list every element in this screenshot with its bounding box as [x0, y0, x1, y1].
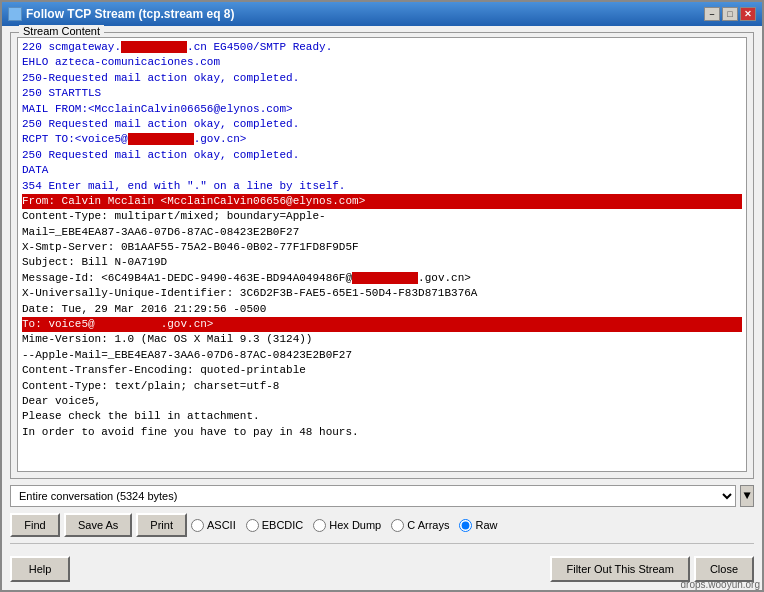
minimize-button[interactable]: –: [704, 7, 720, 21]
stream-line: MAIL FROM:<McclainCalvin06656@elynos.com…: [22, 102, 742, 117]
close-title-button[interactable]: ✕: [740, 7, 756, 21]
radio-hexdump[interactable]: Hex Dump: [313, 519, 381, 532]
radio-raw[interactable]: Raw: [459, 519, 497, 532]
stream-line: 250-Requested mail action okay, complete…: [22, 71, 742, 86]
separator: [10, 543, 754, 544]
stream-line: 250 Requested mail action okay, complete…: [22, 117, 742, 132]
radio-ascii[interactable]: ASCII: [191, 519, 236, 532]
stream-line: RCPT TO:<voice5@ .gov.cn>: [22, 132, 742, 147]
encoding-radio-group: ASCIIEBCDICHex DumpC ArraysRaw: [191, 519, 754, 532]
stream-line: Mail=_EBE4EA87-3AA6-07D6-87AC-08423E2B0F…: [22, 225, 742, 240]
stream-line: 250 Requested mail action okay, complete…: [22, 148, 742, 163]
stream-line: 220 scmgateway. .cn EG4500/SMTP Ready.: [22, 40, 742, 55]
find-button[interactable]: Find: [10, 513, 60, 537]
watermark: drops.wooyun.org: [681, 579, 761, 590]
stream-line: EHLO azteca-comunicaciones.com: [22, 55, 742, 70]
stream-line: Content-Type: text/plain; charset=utf-8: [22, 379, 742, 394]
stream-line: Content-Transfer-Encoding: quoted-printa…: [22, 363, 742, 378]
filter-out-button[interactable]: Filter Out This Stream: [550, 556, 689, 582]
stream-group-label: Stream Content: [19, 25, 104, 37]
print-button[interactable]: Print: [136, 513, 187, 537]
stream-group: Stream Content 220 scmgateway. .cn EG450…: [10, 32, 754, 479]
stream-line: From: Calvin Mcclain <McclainCalvin06656…: [22, 194, 742, 209]
stream-line: --Apple-Mail=_EBE4EA87-3AA6-07D6-87AC-08…: [22, 348, 742, 363]
stream-line: X-Smtp-Server: 0B1AAF55-75A2-B046-0B02-7…: [22, 240, 742, 255]
stream-text-area[interactable]: 220 scmgateway. .cn EG4500/SMTP Ready.EH…: [17, 37, 747, 472]
stream-line: Date: Tue, 29 Mar 2016 21:29:56 -0500: [22, 302, 742, 317]
stream-line: 354 Enter mail, end with "." on a line b…: [22, 179, 742, 194]
conversation-select[interactable]: Entire conversation (5324 bytes)Client o…: [10, 485, 736, 507]
stream-line: Please check the bill in attachment.: [22, 409, 742, 424]
maximize-button[interactable]: □: [722, 7, 738, 21]
stream-line: DATA: [22, 163, 742, 178]
help-button[interactable]: Help: [10, 556, 70, 582]
stream-line: To: voice5@ .gov.cn>: [22, 317, 742, 332]
main-content: Stream Content 220 scmgateway. .cn EG450…: [2, 26, 762, 590]
radio-carrays[interactable]: C Arrays: [391, 519, 449, 532]
window-icon: [8, 7, 22, 21]
stream-line: X-Universally-Unique-Identifier: 3C6D2F3…: [22, 286, 742, 301]
stream-line: Subject: Bill N-0A719D: [22, 255, 742, 270]
stream-line: 250 STARTTLS: [22, 86, 742, 101]
title-bar-buttons: – □ ✕: [704, 7, 756, 21]
stream-line: Dear voice5,: [22, 394, 742, 409]
save-as-button[interactable]: Save As: [64, 513, 132, 537]
radio-ebcdic[interactable]: EBCDIC: [246, 519, 304, 532]
footer-row: Help Filter Out This Stream Close: [10, 554, 754, 584]
dropdown-row: Entire conversation (5324 bytes)Client o…: [10, 485, 754, 507]
dropdown-arrow-button[interactable]: ▼: [740, 485, 754, 507]
title-bar: Follow TCP Stream (tcp.stream eq 8) – □ …: [2, 2, 762, 26]
stream-line: Message-Id: <6C49B4A1-DEDC-9490-463E-BD9…: [22, 271, 742, 286]
button-radio-row: Find Save As Print ASCIIEBCDICHex DumpC …: [10, 513, 754, 537]
stream-line: Mime-Version: 1.0 (Mac OS X Mail 9.3 (31…: [22, 332, 742, 347]
window-title: Follow TCP Stream (tcp.stream eq 8): [26, 7, 235, 21]
stream-line: Content-Type: multipart/mixed; boundary=…: [22, 209, 742, 224]
main-window: Follow TCP Stream (tcp.stream eq 8) – □ …: [0, 0, 764, 592]
stream-line: In order to avoid fine you have to pay i…: [22, 425, 742, 440]
